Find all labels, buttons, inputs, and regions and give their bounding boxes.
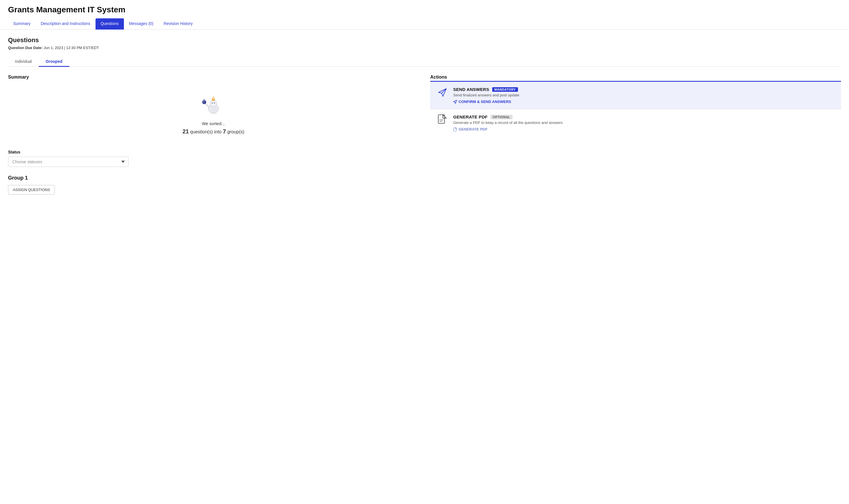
actions-title: Actions (430, 75, 841, 80)
assign-questions-button[interactable]: ASSIGN QUESTIONS (8, 185, 55, 195)
tab-summary[interactable]: Summary (8, 18, 36, 30)
tab-messages[interactable]: Messages (0) (124, 18, 159, 30)
send-answers-badge: MANDATORY (492, 87, 518, 92)
tab-questions[interactable]: Questions (95, 18, 124, 30)
svg-point-5 (212, 103, 213, 104)
confirm-send-answers-link[interactable]: CONFIRM & SEND ANSWERS (453, 100, 835, 104)
svg-point-1 (210, 100, 217, 107)
subtab-grouped[interactable]: Grouped (39, 57, 69, 67)
send-answers-body: SEND ANSWERS MANDATORY Send finalized an… (453, 87, 835, 104)
actions-panel: Actions SEND ANSWERS (430, 75, 841, 137)
subtab-navigation: Individual Grouped (8, 57, 841, 67)
generate-pdf-badge: OPTIONAL (490, 115, 512, 119)
sort-illustration (200, 91, 226, 116)
generate-pdf-title-row: GENERATE PDF OPTIONAL (453, 114, 835, 119)
svg-point-4 (213, 96, 214, 97)
send-answers-card: SEND ANSWERS MANDATORY Send finalized an… (430, 82, 841, 109)
status-section: Status Choose statuses (8, 150, 419, 167)
summary-section-title: Summary (8, 75, 419, 80)
confirm-send-icon (453, 100, 457, 104)
generate-pdf-card: GENERATE PDF OPTIONAL Generate a PDF to … (430, 109, 841, 137)
generate-pdf-desc: Generate a PDF to keep a record of all t… (453, 121, 835, 125)
svg-point-10 (204, 101, 205, 102)
send-answers-name: SEND ANSWERS (453, 87, 489, 92)
svg-rect-14 (438, 115, 445, 123)
sorted-text: We sorted... (202, 121, 225, 126)
send-answers-title-row: SEND ANSWERS MANDATORY (453, 87, 835, 92)
right-column: Actions SEND ANSWERS (430, 75, 841, 195)
app-title: Grants Management IT System (8, 5, 841, 14)
subtab-individual[interactable]: Individual (8, 57, 39, 67)
svg-point-11 (204, 103, 204, 103)
send-answers-desc: Send finalized answers and post update (453, 93, 835, 97)
sorted-numbers: 21 question(s) into 7 group(s) (182, 128, 245, 135)
svg-point-6 (214, 103, 215, 104)
generate-pdf-name: GENERATE PDF (453, 114, 488, 119)
status-label: Status (8, 150, 419, 154)
group1-section: Group 1 ASSIGN QUESTIONS (8, 175, 419, 195)
send-icon (437, 87, 448, 100)
group1-title: Group 1 (8, 175, 419, 181)
left-column: Summary (8, 75, 419, 195)
tab-description[interactable]: Description and Instructions (36, 18, 95, 30)
generate-pdf-link[interactable]: GENERATE PDF (453, 127, 835, 131)
svg-marker-12 (203, 99, 205, 101)
due-date: Question Due Date: Jun 1, 2023 | 12:30 P… (8, 46, 841, 50)
svg-point-9 (203, 102, 204, 102)
pdf-link-icon (453, 127, 457, 131)
tab-revision[interactable]: Revision History (159, 18, 198, 30)
generate-pdf-icon-wrap (436, 114, 449, 127)
status-select[interactable]: Choose statuses (8, 157, 128, 167)
page-title: Questions (8, 36, 841, 44)
generate-pdf-body: GENERATE PDF OPTIONAL Generate a PDF to … (453, 114, 835, 131)
pdf-icon (437, 114, 448, 128)
send-answers-icon-wrap (436, 87, 449, 100)
svg-point-13 (210, 112, 217, 114)
summary-box: We sorted... 21 question(s) into 7 group… (8, 85, 419, 141)
tab-navigation: Summary Description and Instructions Que… (0, 18, 849, 30)
